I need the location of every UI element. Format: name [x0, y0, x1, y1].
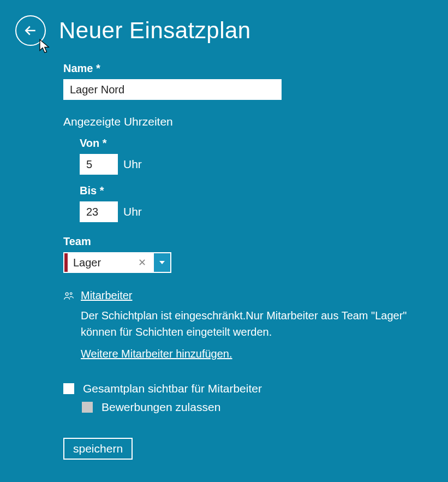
team-select-toggle[interactable] — [153, 253, 170, 272]
from-unit: Uhr — [123, 158, 142, 171]
save-button[interactable]: speichern — [63, 438, 133, 460]
team-label: Team — [63, 235, 413, 248]
back-button[interactable] — [15, 15, 46, 46]
add-mitarbeiter-link[interactable]: Weitere Mitarbeiter hinzufügen. — [81, 348, 232, 360]
times-heading: Angezeigte Uhrzeiten — [63, 115, 413, 128]
to-unit: Uhr — [123, 205, 142, 218]
team-select[interactable]: Lager ✕ — [63, 252, 171, 273]
people-icon — [63, 291, 74, 301]
mitarbeiter-info: Der Schichtplan ist eingeschränkt.Nur Mi… — [81, 307, 413, 340]
mitarbeiter-link[interactable]: Mitarbeiter — [81, 289, 132, 302]
from-label: Von * — [80, 137, 413, 150]
to-label: Bis * — [80, 185, 413, 197]
team-select-value: Lager — [73, 257, 101, 269]
chevron-down-icon — [159, 261, 165, 264]
applications-checkbox-label: Bewerbungen zulassen — [101, 401, 220, 414]
to-input[interactable] — [80, 201, 118, 222]
clear-icon[interactable]: ✕ — [136, 257, 148, 269]
visible-checkbox[interactable] — [63, 383, 74, 394]
page-title: Neuer Einsatzplan — [59, 17, 251, 44]
name-label: Name * — [63, 62, 413, 75]
visible-checkbox-label: Gesamtplan sichtbar für Mitarbeiter — [83, 382, 262, 395]
team-select-body: Lager ✕ — [68, 253, 153, 272]
svg-point-1 — [70, 293, 72, 295]
from-input[interactable] — [80, 154, 118, 175]
cursor-icon — [37, 38, 53, 55]
svg-point-0 — [65, 293, 68, 295]
arrow-left-icon — [22, 22, 39, 39]
applications-checkbox[interactable] — [82, 402, 93, 413]
name-input[interactable] — [63, 79, 282, 100]
